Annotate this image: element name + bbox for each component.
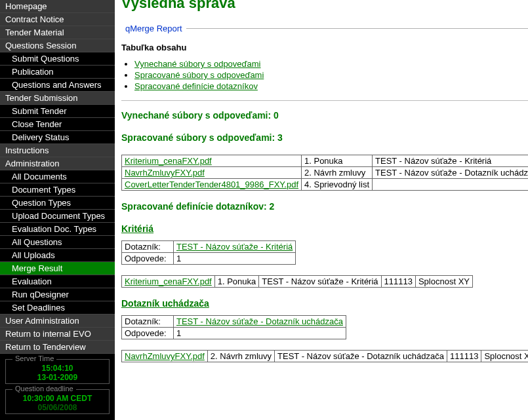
kv-key: Dotazník: [122, 316, 174, 328]
sidebar-item-user-administration[interactable]: User Administration [0, 315, 115, 328]
server-date-value: 13-01-2009 [9, 373, 106, 382]
sidebar-item-questions-session[interactable]: Questions Session [0, 39, 115, 52]
main-content: Výsledná správa qMerge Report Tabuľka ob… [115, 0, 528, 420]
sidebar-item-set-deadlines[interactable]: Set Deadlines [0, 301, 115, 315]
report-fieldset: qMerge Report Tabuľka obsahu Vynechané s… [121, 24, 528, 373]
sidebar-item-all-uploads[interactable]: All Uploads [0, 249, 115, 262]
sidebar-item-merge-result[interactable]: Merge Result [0, 262, 115, 275]
file-col3 [373, 179, 528, 191]
server-time-value: 15:04:10 [9, 364, 106, 373]
toc-link-3[interactable]: Spracované definície dotazníkov [134, 81, 258, 91]
toc-link-2[interactable]: Spracované súbory s odpoveďami [134, 70, 264, 80]
sidebar-item-instructions[interactable]: Instructions [0, 144, 115, 157]
kv-link[interactable]: TEST - Názov súťaže - Dotazník uchádzača [176, 316, 343, 326]
file-col2: 2. Návrh zmluvy [302, 167, 373, 179]
heading-dotaznik: Dotazník uchádzača [121, 298, 528, 309]
sidebar-item-run-qdesigner[interactable]: Run qDesigner [0, 288, 115, 301]
file-link[interactable]: NavrhZmluvyFXY.pdf [125, 351, 205, 361]
dotaznik-row-table: NavrhZmluvyFXY.pdf 2. Návrh zmluvy TEST … [121, 350, 528, 362]
sidebar-item-contract-notice[interactable]: Contract Notice [0, 13, 115, 26]
sidebar-item-evaluation-doc-types[interactable]: Evaluation Doc. Types [0, 223, 115, 236]
kv-value: 1 [174, 328, 346, 339]
sidebar-item-return-to-tenderview[interactable]: Return to Tenderview [0, 341, 115, 354]
file-col3: TEST - Názov súťaže - Kritériá [373, 155, 528, 167]
heading-kriteria: Kritériá [121, 223, 528, 234]
heading-processed-files: Spracované súbory s odpoveďami: 3 [121, 132, 528, 143]
server-time-legend: Server Time [12, 354, 56, 362]
kv-link[interactable]: TEST - Názov súťaže - Kritériá [176, 242, 293, 252]
report-legend: qMerge Report [121, 24, 186, 33]
question-deadline-time: 10:30:00 AM CEDT [9, 394, 106, 403]
file-link[interactable]: Kriterium_cenaFXY.pdf [125, 156, 212, 166]
sidebar-item-document-types[interactable]: Document Types [0, 183, 115, 197]
sidebar-item-homepage[interactable]: Homepage [0, 0, 115, 13]
sidebar-item-all-documents[interactable]: All Documents [0, 170, 115, 183]
sidebar-item-question-types[interactable]: Question Types [0, 197, 115, 210]
sidebar-item-questions-and-answers[interactable]: Questions and Answers [0, 79, 115, 92]
page-title: Výsledná správa [121, 0, 521, 12]
sidebar-item-submit-tender[interactable]: Submit Tender [0, 105, 115, 118]
sidebar-item-return-to-internal-evo[interactable]: Return to internal EVO [0, 328, 115, 341]
toc-list: Vynechané súbory s odpoveďami Spracované… [134, 59, 528, 91]
sidebar-item-tender-submission[interactable]: Tender Submission [0, 92, 115, 105]
table-row: CoverLetterTenderTender4801_9986_FXY.pdf… [122, 179, 529, 191]
toc-title: Tabuľka obsahu [121, 43, 528, 52]
file-col2: 4. Sprievodný list [302, 179, 373, 191]
heading-skipped: Vynechané súbory s odpoveďami: 0 [121, 110, 528, 121]
processed-files-table: Kriterium_cenaFXY.pdf 1. Ponuka TEST - N… [121, 155, 528, 191]
file-link[interactable]: Kriterium_cenaFXY.pdf [125, 277, 212, 286]
toc-link-1[interactable]: Vynechané súbory s odpoveďami [134, 59, 261, 69]
sidebar-item-delivery-status[interactable]: Delivery Status [0, 131, 115, 144]
table-row: NavrhZmluvyFXY.pdf 2. Návrh zmluvy TEST … [122, 167, 529, 179]
separator [121, 100, 528, 101]
sidebar-item-tender-material[interactable]: Tender Material [0, 26, 115, 39]
file-link[interactable]: CoverLetterTenderTender4801_9986_FXY.pdf [125, 180, 298, 189]
sidebar-item-administration[interactable]: Administration [0, 157, 115, 170]
kv-value: 1 [174, 253, 296, 265]
kriteria-kv-table: Dotazník: TEST - Názov súťaže - Kritériá… [121, 240, 296, 265]
sidebar-item-upload-document-types[interactable]: Upload Document Types [0, 210, 115, 223]
file-col3: TEST - Názov súťaže - Dotazník uchádzača [373, 167, 528, 179]
dotaznik-kv-table: Dotazník: TEST - Názov súťaže - Dotazník… [121, 315, 346, 339]
sidebar-item-evaluation[interactable]: Evaluation [0, 275, 115, 288]
kv-key: Odpovede: [122, 253, 174, 265]
sidebar-nav: HomepageContract NoticeTender MaterialQu… [0, 0, 115, 354]
server-time-box: Server Time 15:04:10 13-01-2009 [5, 359, 110, 384]
heading-processed-defs: Spracované definície dotazníkov: 2 [121, 201, 528, 212]
sidebar-item-publication[interactable]: Publication [0, 66, 115, 79]
table-row: Kriterium_cenaFXY.pdf 1. Ponuka TEST - N… [122, 155, 529, 167]
sidebar-item-all-questions[interactable]: All Questions [0, 236, 115, 249]
table-row: Kriterium_cenaFXY.pdf 1. Ponuka TEST - N… [122, 276, 473, 288]
question-deadline-date: 05/06/2008 [9, 403, 106, 412]
kv-key: Dotazník: [122, 241, 174, 253]
kriteria-row-table: Kriterium_cenaFXY.pdf 1. Ponuka TEST - N… [121, 275, 473, 288]
file-col2: 1. Ponuka [302, 155, 373, 167]
question-deadline-box: Question deadline 10:30:00 AM CEDT 05/06… [5, 389, 110, 414]
sidebar: HomepageContract NoticeTender MaterialQu… [0, 0, 115, 420]
kv-key: Odpovede: [122, 328, 174, 339]
question-deadline-legend: Question deadline [12, 385, 76, 392]
sidebar-item-close-tender[interactable]: Close Tender [0, 118, 115, 131]
sidebar-item-submit-questions[interactable]: Submit Questions [0, 52, 115, 66]
file-link[interactable]: NavrhZmluvyFXY.pdf [125, 168, 205, 178]
table-row: NavrhZmluvyFXY.pdf 2. Návrh zmluvy TEST … [122, 351, 529, 362]
